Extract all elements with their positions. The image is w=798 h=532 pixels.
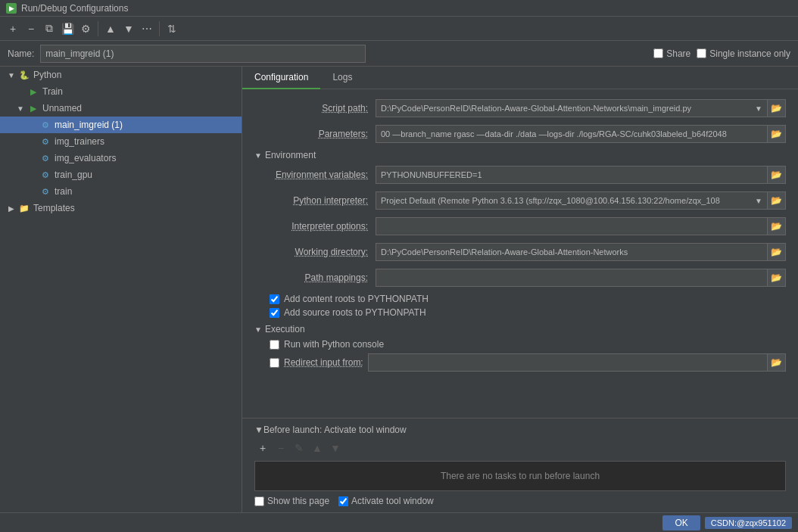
sidebar-item-img-trainers[interactable]: ▶ ⚙ img_trainers [0, 133, 242, 150]
working-dir-field-container: D:\PyCode\PersonReID\Relation-Aware-Glob… [376, 243, 786, 261]
share-checkbox[interactable] [653, 48, 663, 58]
add-content-roots-checkbox[interactable] [270, 294, 279, 304]
sidebar-item-python[interactable]: ▼ 🐍 Python [0, 67, 242, 83]
before-launch-add-button[interactable]: + [254, 440, 271, 456]
before-launch-title: Before launch: Activate tool window [263, 425, 407, 435]
copy-config-button[interactable]: ⧉ [41, 20, 58, 37]
remove-config-button[interactable]: − [23, 20, 39, 37]
execution-section-arrow: ▼ [254, 325, 262, 334]
sidebar-train2-label: train [55, 186, 72, 197]
interpreter-options-row: Interpreter options: 📂 [254, 216, 786, 236]
title-bar: ▶ Run/Debug Configurations [0, 0, 798, 17]
toolbar-separator-2 [159, 21, 160, 36]
working-dir-browse-button[interactable]: 📂 [768, 243, 786, 261]
redirect-input-checkbox[interactable] [270, 358, 279, 368]
save-config-button[interactable]: 💾 [59, 20, 76, 37]
before-launch-remove-button[interactable]: − [273, 440, 289, 456]
sidebar-item-train[interactable]: ▶ ▶ Train [0, 83, 242, 100]
unnamed-arrow: ▼ [15, 103, 26, 114]
python-interpreter-label: Python interpreter: [254, 195, 376, 206]
parameters-field[interactable]: 00 —branch_name rgasc —data-dir ./data —… [376, 125, 768, 143]
before-launch-section: ▼ Before launch: Activate tool window + … [242, 418, 798, 512]
more-button[interactable]: ⋯ [139, 20, 155, 37]
python-interpreter-dropdown[interactable]: Project Default (Remote Python 3.6.13 (s… [376, 191, 768, 210]
python-arrow: ▼ [6, 70, 17, 80]
working-dir-label: Working directory: [254, 247, 376, 257]
sidebar-item-train2[interactable]: ▶ ⚙ train [0, 183, 242, 200]
parameters-label: Parameters: [254, 129, 376, 139]
single-instance-checkbox[interactable] [697, 48, 706, 58]
train2-icon: ⚙ [39, 185, 51, 198]
activate-tool-window-label: Activate tool window [351, 496, 434, 506]
add-config-button[interactable]: + [5, 20, 21, 37]
interpreter-options-field[interactable] [376, 217, 768, 235]
sidebar-item-main-imgreid[interactable]: ▶ ⚙ main_imgreid (1) [0, 117, 242, 133]
script-path-browse-button[interactable]: 📂 [768, 99, 786, 117]
move-down-button[interactable]: ▼ [120, 20, 137, 37]
python-interpreter-row: Python interpreter: Project Default (Rem… [254, 191, 786, 210]
path-mappings-label: Path mappings: [254, 272, 376, 283]
activate-tool-window-checkbox[interactable] [338, 496, 348, 506]
show-this-page-label: Show this page [267, 496, 329, 506]
tab-logs[interactable]: Logs [320, 67, 364, 89]
env-vars-row: Environment variables: PYTHONUNBUFFERED=… [254, 165, 786, 185]
main-imgreid-icon: ⚙ [39, 119, 51, 131]
working-dir-value: D:\PyCode\PersonReID\Relation-Aware-Glob… [381, 247, 762, 257]
run-python-console-checkbox[interactable] [270, 340, 279, 350]
env-vars-field[interactable]: PYTHONUNBUFFERED=1 [376, 166, 768, 184]
ok-button[interactable]: OK [662, 515, 700, 530]
redirect-input-browse-button[interactable]: 📂 [768, 353, 786, 372]
python-interpreter-browse-button[interactable]: 📂 [768, 191, 786, 210]
sidebar-item-img-evaluators[interactable]: ▶ ⚙ img_evaluators [0, 150, 242, 166]
execution-section-label: Execution [265, 324, 305, 334]
before-launch-header[interactable]: ▼ Before launch: Activate tool window [254, 425, 786, 435]
working-dir-field[interactable]: D:\PyCode\PersonReID\Relation-Aware-Glob… [376, 243, 768, 261]
env-vars-browse-button[interactable]: 📂 [768, 166, 786, 184]
sort-button[interactable]: ⇅ [164, 20, 180, 37]
settings-button[interactable]: ⚙ [77, 20, 94, 37]
move-up-button[interactable]: ▲ [102, 20, 119, 37]
parameters-browse-button[interactable]: 📂 [768, 125, 786, 143]
templates-icon: 📁 [18, 202, 30, 214]
path-mappings-browse-button[interactable]: 📂 [768, 269, 786, 287]
config-content: Script path: D:\PyCode\PersonReID\Relati… [242, 89, 798, 418]
parameters-value: 00 —branch_name rgasc —data-dir ./data —… [381, 129, 762, 138]
before-launch-down-button[interactable]: ▼ [327, 440, 344, 456]
python-interpreter-value: Project Default (Remote Python 3.6.13 (s… [381, 196, 752, 205]
working-dir-row: Working directory: D:\PyCode\PersonReID\… [254, 242, 786, 262]
env-vars-label: Environment variables: [254, 170, 376, 180]
single-instance-label: Single instance only [709, 48, 790, 59]
sidebar-item-templates[interactable]: ▶ 📁 Templates [0, 200, 242, 216]
sidebar-item-unnamed[interactable]: ▼ ▶ Unnamed [0, 100, 242, 117]
execution-section-header[interactable]: ▼ Execution [254, 324, 786, 334]
show-this-page-checkbox[interactable] [254, 496, 264, 506]
templates-arrow: ▶ [6, 203, 17, 213]
python-icon: 🐍 [18, 69, 30, 81]
path-mappings-field[interactable] [376, 269, 768, 287]
python-interpreter-field-container: Project Default (Remote Python 3.6.13 (s… [376, 191, 786, 210]
before-launch-edit-button[interactable]: ✎ [291, 440, 307, 456]
sidebar-unnamed-label: Unnamed [42, 103, 82, 114]
redirect-input-field[interactable] [368, 353, 768, 372]
content-area: ▼ 🐍 Python ▶ ▶ Train ▼ ▶ Unnamed ▶ ⚙ mai… [0, 67, 798, 512]
add-content-roots-row: Add content roots to PYTHONPATH [254, 294, 786, 304]
title-bar-text: Run/Debug Configurations [21, 3, 128, 14]
sidebar: ▼ 🐍 Python ▶ ▶ Train ▼ ▶ Unnamed ▶ ⚙ mai… [0, 67, 242, 512]
add-source-roots-row: Add source roots to PYTHONPATH [254, 307, 786, 318]
name-right: Share Single instance only [653, 48, 790, 59]
name-bar: Name: Share Single instance only [0, 41, 798, 67]
script-path-label: Script path: [254, 103, 376, 114]
interpreter-options-label: Interpreter options: [254, 221, 376, 232]
environment-section-header[interactable]: ▼ Environment [254, 150, 786, 160]
interpreter-options-field-container: 📂 [376, 217, 786, 235]
run-python-console-label: Run with Python console [284, 339, 384, 350]
add-source-roots-checkbox[interactable] [270, 308, 279, 318]
name-input[interactable] [40, 45, 366, 63]
script-path-dropdown[interactable]: D:\PyCode\PersonReID\Relation-Aware-Glob… [376, 99, 768, 117]
before-launch-up-button[interactable]: ▲ [309, 440, 326, 456]
add-content-roots-label: Add content roots to PYTHONPATH [284, 294, 429, 304]
tasks-area: There are no tasks to run before launch [254, 461, 786, 491]
sidebar-item-train-gpu[interactable]: ▶ ⚙ train_gpu [0, 166, 242, 183]
tab-configuration[interactable]: Configuration [242, 67, 320, 89]
interpreter-options-browse-button[interactable]: 📂 [768, 217, 786, 235]
